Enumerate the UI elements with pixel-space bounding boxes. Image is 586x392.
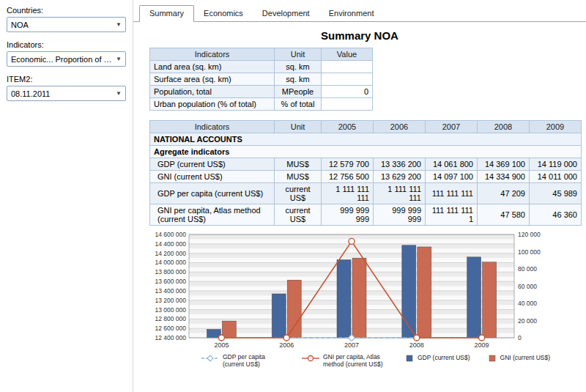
legend-item-gdp: GDP (current US$): [402, 354, 470, 362]
chevron-down-icon: ▼: [116, 21, 122, 28]
filters-sidebar: Countries: NOA ▼ Indicators: Economic...…: [0, 0, 133, 392]
legend-item-gni: GNI (current US$): [485, 354, 551, 362]
svg-text:2009: 2009: [475, 341, 489, 349]
countries-label: Countries:: [7, 6, 126, 15]
chevron-down-icon: ▼: [116, 90, 122, 97]
svg-text:2008: 2008: [409, 341, 424, 349]
tab-bar: Summary Economics Development Environmen…: [133, 4, 586, 22]
indicator-cell: Urban population (% of total): [150, 98, 275, 111]
svg-text:2006: 2006: [279, 341, 294, 349]
value-cell: 999 999 999: [322, 204, 374, 226]
line-diamond-marker-icon: [201, 355, 220, 362]
value-cell: 1 111 111 111: [322, 183, 374, 204]
indicator-cell: Surface area (sq. km): [150, 73, 275, 86]
indicator-cell: Land area (sq. km): [150, 61, 275, 73]
value-cell: 14 369 100: [478, 158, 530, 171]
value-cell: 47 209: [478, 183, 530, 204]
value-cell: 46 360: [530, 204, 582, 226]
svg-text:80 000: 80 000: [518, 265, 537, 273]
table-row: Urban population (% of total) % of total: [150, 98, 373, 111]
indicator-cell: GDP per capita (current US$): [150, 183, 275, 204]
value-cell: 47 580: [478, 204, 530, 226]
col-2006: 2006: [374, 121, 426, 133]
countries-select[interactable]: NOA ▼: [7, 17, 126, 32]
chevron-down-icon: ▼: [116, 56, 122, 62]
value-cell: 12 579 700: [322, 158, 374, 171]
col-unit: Unit: [275, 121, 322, 133]
indicators-label: Indicators:: [7, 40, 126, 49]
svg-text:2005: 2005: [214, 341, 229, 349]
accounts-table: Indicators Unit 2005 2006 2007 2008 2009…: [149, 120, 582, 226]
summary-table: Indicators Unit Value Land area (sq. km)…: [149, 48, 373, 111]
value-cell: 45 989: [530, 183, 582, 204]
section-row-agregate-indicators: Agregate indicators: [150, 146, 582, 158]
countries-selected-value: NOA: [11, 21, 29, 29]
value-cell: 1 111 111 111: [374, 183, 426, 204]
svg-text:100 000: 100 000: [518, 248, 541, 256]
svg-text:13 400 000: 13 400 000: [155, 287, 186, 295]
svg-text:12 400 000: 12 400 000: [155, 334, 186, 341]
value-cell: [322, 73, 373, 86]
summary-table-header: Indicators Unit Value: [150, 48, 373, 61]
value-cell: 14 011 000: [530, 171, 582, 183]
indicators-select[interactable]: Economic... Proportion of seat... (1374)…: [7, 51, 126, 67]
item2-label: ITEM2:: [7, 75, 126, 84]
svg-text:13 600 000: 13 600 000: [155, 278, 186, 285]
svg-text:60 000: 60 000: [518, 283, 537, 290]
unit-cell: sq. km: [275, 61, 322, 73]
value-cell: [322, 61, 373, 73]
col-indicators: Indicators: [150, 48, 275, 61]
table-row: Surface area (sq. km) sq. km: [150, 73, 373, 86]
table-row: GNI (current US$) MUS$ 12 756 500 13 629…: [150, 171, 582, 183]
legend-label: GNI per capita, Atlas method (current US…: [323, 354, 387, 369]
section-row-national-accounts: NATIONAL ACCOUNTS: [150, 133, 582, 146]
col-unit: Unit: [275, 48, 322, 61]
svg-text:12 600 000: 12 600 000: [155, 325, 186, 332]
value-cell: 13 336 200: [374, 158, 426, 171]
table-row: Land area (sq. km) sq. km: [150, 61, 373, 73]
indicator-cell: Population, total: [150, 86, 275, 98]
unit-cell: current US$: [275, 204, 322, 226]
unit-cell: current US$: [275, 183, 322, 204]
col-2007: 2007: [426, 121, 478, 133]
svg-text:14 000 000: 14 000 000: [155, 259, 186, 266]
page-title: Summary NOA: [133, 29, 586, 42]
svg-text:14 600 000: 14 600 000: [155, 231, 186, 238]
svg-text:12 800 000: 12 800 000: [155, 315, 186, 322]
table-row: GDP (current US$) MUS$ 12 579 700 13 336…: [150, 158, 582, 171]
value-cell: 13 629 200: [374, 171, 426, 183]
col-2009: 2009: [530, 121, 582, 133]
indicator-cell: GNI (current US$): [150, 171, 275, 183]
col-2008: 2008: [478, 121, 530, 133]
svg-text:13 800 000: 13 800 000: [155, 268, 186, 275]
legend-item-gni-per-capita: GNI per capita, Atlas method (current US…: [302, 354, 387, 369]
value-cell: 14 061 800: [426, 158, 478, 171]
svg-text:13 200 000: 13 200 000: [155, 297, 186, 304]
tab-summary[interactable]: Summary: [139, 5, 194, 22]
value-cell: 111 111 111 1: [426, 204, 478, 226]
svg-text:120 000: 120 000: [518, 231, 541, 238]
accounts-table-header: Indicators Unit 2005 2006 2007 2008 2009: [150, 121, 582, 133]
indicators-selected-value: Economic... Proportion of seat... (1374): [11, 55, 113, 64]
line-circle-marker-icon: [302, 355, 321, 362]
col-value: Value: [322, 48, 373, 61]
unit-cell: MUS$: [275, 171, 322, 183]
svg-text:20 000: 20 000: [518, 317, 537, 325]
legend-label: GNI (current US$): [500, 355, 551, 362]
col-indicators: Indicators: [150, 121, 275, 133]
table-row: GDP per capita (current US$) current US$…: [150, 183, 582, 204]
item2-select[interactable]: 08.11.2011 ▼: [7, 86, 126, 101]
col-2005: 2005: [322, 121, 374, 133]
tab-environment[interactable]: Environment: [319, 6, 384, 21]
unit-cell: sq. km: [275, 73, 322, 86]
red-square-marker-icon: [485, 355, 498, 362]
item2-selected-value: 08.11.2011: [11, 89, 50, 98]
main-content: Summary Economics Development Environmen…: [133, 0, 586, 392]
section-label: NATIONAL ACCOUNTS: [150, 133, 582, 146]
svg-text:2007: 2007: [344, 341, 359, 349]
tab-development[interactable]: Development: [253, 6, 319, 21]
svg-text:14 400 000: 14 400 000: [155, 240, 186, 248]
tab-economics[interactable]: Economics: [194, 6, 253, 21]
legend-label: GDP (current US$): [418, 355, 470, 362]
chart-area: 12 400 00012 600 00012 800 00013 000 000…: [144, 230, 586, 369]
